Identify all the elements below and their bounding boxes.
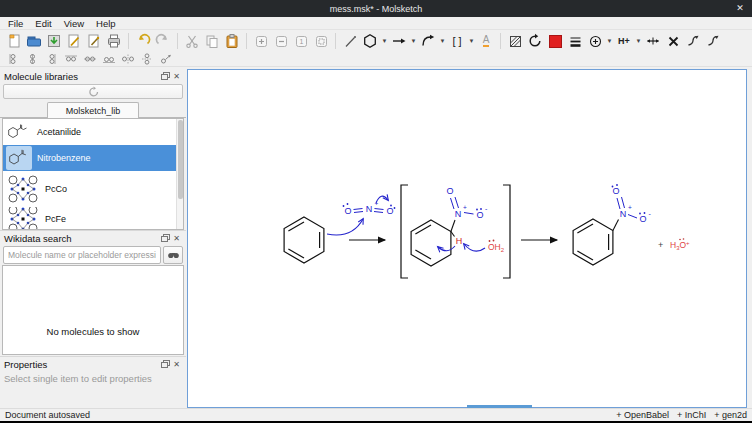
title-bar[interactable]: mess.msk* - Molsketch ✕	[0, 0, 752, 17]
mechanism-arrow-dropdown[interactable]: ▼	[438, 32, 447, 51]
svg-text:N: N	[455, 209, 462, 219]
print-icon[interactable]	[104, 32, 124, 51]
new-file-icon[interactable]	[4, 32, 24, 51]
status-inchi: + InChI	[677, 410, 706, 420]
close-panel-icon[interactable]: ✕	[171, 359, 182, 369]
redo-icon[interactable]	[153, 32, 173, 51]
clean-structure-icon[interactable]	[683, 32, 703, 51]
pcco-structure-thumbnail	[6, 173, 40, 205]
bracket-left[interactable]	[401, 185, 408, 278]
color-picker-swatch[interactable]	[545, 32, 565, 51]
ring-tool-icon[interactable]	[360, 32, 380, 51]
draw-tool-icon[interactable]	[340, 32, 360, 51]
library-item-acetanilide[interactable]: Acetanilide	[3, 119, 183, 145]
library-item-label: PcCo	[45, 184, 67, 194]
plus-sign[interactable]: +	[658, 240, 663, 250]
flip-tool-icon[interactable]	[643, 32, 663, 51]
charge-tool-icon[interactable]	[585, 32, 605, 51]
align-right-icon[interactable]	[42, 53, 61, 66]
paste-icon[interactable]	[222, 32, 242, 51]
close-panel-icon[interactable]: ✕	[171, 71, 182, 81]
align-bottom-icon[interactable]	[99, 53, 118, 66]
benzene-reactant[interactable]	[284, 217, 324, 263]
svg-text:O: O	[344, 206, 351, 216]
clean-structure-alt-icon[interactable]	[703, 32, 723, 51]
hydrogen-tool-icon[interactable]: H+	[614, 32, 634, 51]
rotate-tool-icon[interactable]	[525, 32, 545, 51]
close-window-icon[interactable]: ✕	[734, 2, 746, 14]
ring-tool-dropdown[interactable]: ▼	[380, 32, 389, 51]
library-item-nitrobenzene[interactable]: Nitrobenzene	[3, 145, 183, 171]
cut-icon[interactable]	[182, 32, 202, 51]
zoom-fit-icon[interactable]	[311, 32, 331, 51]
nitrobenzene-product[interactable]: N + O O -	[573, 184, 651, 265]
nitronium-ion[interactable]: O N + O	[343, 200, 396, 216]
bracket-tool-icon[interactable]: [ ]	[447, 32, 467, 51]
delete-tool-icon[interactable]	[663, 32, 683, 51]
float-panel-icon[interactable]	[160, 71, 171, 81]
align-center-vertical-icon[interactable]	[23, 53, 42, 66]
library-list-scrollbar[interactable]	[176, 119, 183, 229]
align-left-icon[interactable]	[4, 53, 23, 66]
scrollbar-handle[interactable]	[178, 120, 183, 199]
space-horizontally-icon[interactable]	[118, 53, 137, 66]
curved-arrow-benzene-to-nitronium[interactable]	[327, 219, 363, 235]
arenium-intermediate[interactable]: N + O O - H	[411, 186, 488, 266]
alignment-toolbar	[0, 52, 752, 67]
menu-file[interactable]: File	[8, 18, 23, 29]
reaction-arrow-dropdown[interactable]: ▼	[409, 32, 418, 51]
save-as-icon[interactable]	[64, 32, 84, 51]
wikidata-search-button[interactable]	[163, 246, 183, 264]
copy-icon[interactable]	[202, 32, 222, 51]
svg-text:O: O	[386, 206, 393, 216]
mechanism-arrow-tool-icon[interactable]	[418, 32, 438, 51]
molecule-libraries-panel: Molecule libraries ✕ Molsketch_lib Aceta…	[0, 69, 186, 230]
curved-arrow-ch-bond-to-ring[interactable]	[438, 246, 455, 251]
library-item-pcco[interactable]: PcCo	[3, 171, 183, 207]
zoom-out-icon[interactable]	[271, 32, 291, 51]
align-top-icon[interactable]	[61, 53, 80, 66]
line-width-tool-icon[interactable]	[565, 32, 585, 51]
save-icon[interactable]	[44, 32, 64, 51]
hydronium-ion[interactable]: H3O+	[670, 238, 690, 251]
wikidata-search-row	[3, 246, 183, 264]
refresh-libraries-button[interactable]	[3, 84, 183, 99]
wikidata-search-input[interactable]	[3, 246, 161, 264]
export-icon[interactable]	[84, 32, 104, 51]
hydrogen-tool-dropdown[interactable]: ▼	[634, 32, 643, 51]
reaction-arrow-tool-icon[interactable]	[389, 32, 409, 51]
bracket-tool-dropdown[interactable]: ▼	[467, 32, 476, 51]
open-file-icon[interactable]	[24, 32, 44, 51]
undo-icon[interactable]	[133, 32, 153, 51]
rotate-molecule-icon[interactable]	[156, 53, 175, 66]
water-molecule[interactable]: OH2	[488, 240, 505, 253]
charge-tool-dropdown[interactable]: ▼	[605, 32, 614, 51]
text-tool-icon[interactable]: A	[476, 32, 496, 51]
library-item-pcfe[interactable]: PcFe	[3, 207, 183, 230]
space-vertically-icon[interactable]	[137, 53, 156, 66]
menu-bar: File Edit View Help	[0, 17, 752, 30]
menu-view[interactable]: View	[64, 18, 84, 29]
zoom-in-icon[interactable]	[251, 32, 271, 51]
drawing-canvas[interactable]: O N + O	[187, 69, 747, 408]
properties-title: Properties	[4, 359, 160, 370]
zoom-original-icon[interactable]: 1	[291, 32, 311, 51]
tab-molsketch-lib[interactable]: Molsketch_lib	[47, 102, 139, 118]
close-panel-icon[interactable]: ✕	[171, 233, 182, 243]
svg-text:-: -	[649, 210, 652, 217]
svg-text:N: N	[366, 204, 373, 214]
menu-edit[interactable]: Edit	[35, 18, 51, 29]
hatch-selection-tool-icon[interactable]	[505, 32, 525, 51]
align-center-horizontal-icon[interactable]	[80, 53, 99, 66]
curved-arrow-water-to-proton[interactable]	[464, 244, 485, 251]
bracket-right[interactable]	[503, 185, 510, 278]
library-item-label: PcFe	[45, 214, 66, 224]
wikidata-search-header: Wikidata search ✕	[0, 231, 186, 245]
menu-help[interactable]: Help	[96, 18, 116, 29]
molecule-libraries-header: Molecule libraries ✕	[0, 69, 186, 83]
float-panel-icon[interactable]	[160, 233, 171, 243]
wikidata-search-title: Wikidata search	[4, 233, 160, 244]
wikidata-search-panel: Wikidata search ✕ No molecules to show	[0, 230, 186, 356]
properties-header: Properties ✕	[0, 357, 186, 371]
float-panel-icon[interactable]	[160, 359, 171, 369]
